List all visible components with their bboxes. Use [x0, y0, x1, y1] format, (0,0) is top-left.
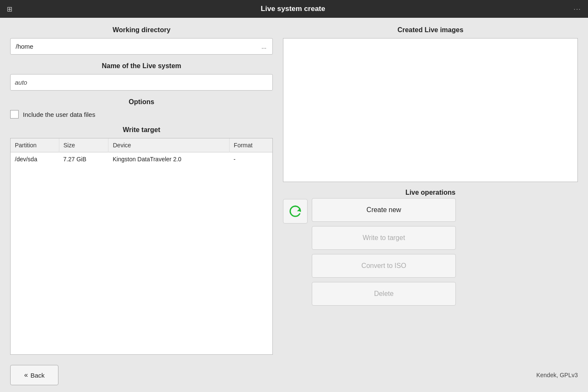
- created-images-title: Created Live images: [283, 26, 578, 34]
- bottom-row: « Back Kendek, GPLv3: [0, 362, 588, 392]
- write-target-title: Write target: [10, 126, 273, 134]
- name-section: Name of the Live system: [10, 62, 273, 91]
- working-dir-input-row: ...: [10, 38, 273, 55]
- cell-size: 7.27 GiB: [59, 152, 108, 166]
- refresh-button[interactable]: [283, 199, 308, 224]
- back-chevrons-icon: «: [24, 371, 28, 379]
- name-input[interactable]: [10, 74, 273, 91]
- working-dir-section: Working directory ...: [10, 26, 273, 55]
- right-column: Created Live images Live operations: [283, 26, 578, 355]
- cell-partition: /dev/sda: [11, 152, 59, 166]
- live-ops-area: Live operations Create new Write to: [283, 189, 578, 306]
- left-column: Working directory ... Name of the Live s…: [10, 26, 273, 355]
- options-section: Options Include the user data files: [10, 98, 273, 119]
- browse-button[interactable]: ...: [259, 41, 269, 52]
- create-new-button[interactable]: Create new: [312, 198, 456, 222]
- write-target-table-container: Partition Size Device Format /dev/sda7.2…: [10, 138, 273, 355]
- options-title: Options: [10, 98, 273, 106]
- include-user-data-label: Include the user data files: [23, 111, 95, 118]
- cell-format: -: [229, 152, 272, 166]
- col-format: Format: [229, 138, 272, 152]
- working-dir-input[interactable]: [14, 39, 259, 54]
- refresh-btn-area: [283, 198, 308, 224]
- convert-to-iso-button[interactable]: Convert to ISO: [312, 254, 456, 278]
- created-images-box: [283, 38, 578, 182]
- svg-marker-0: [297, 208, 300, 211]
- delete-button[interactable]: Delete: [312, 282, 456, 306]
- refresh-icon: [288, 204, 302, 218]
- col-device: Device: [108, 138, 229, 152]
- back-button[interactable]: « Back: [10, 365, 58, 385]
- footer-credits: Kendek, GPLv3: [536, 372, 578, 378]
- created-images-section: Created Live images: [283, 26, 578, 182]
- working-dir-title: Working directory: [10, 26, 273, 34]
- col-partition: Partition: [11, 138, 59, 152]
- menu-icon[interactable]: ···: [574, 6, 581, 12]
- name-title: Name of the Live system: [10, 62, 273, 70]
- right-ops-col: Create new Write to target Convert to IS…: [312, 198, 456, 306]
- live-ops-title: Live operations: [283, 189, 578, 196]
- table-header-row: Partition Size Device Format: [11, 138, 272, 152]
- col-size: Size: [59, 138, 108, 152]
- cell-device: Kingston DataTraveler 2.0: [108, 152, 229, 166]
- window-title: Live system create: [12, 5, 574, 13]
- include-user-data-row: Include the user data files: [10, 110, 273, 119]
- ops-row: Create new Write to target Convert to IS…: [283, 198, 578, 306]
- back-label: Back: [31, 372, 44, 379]
- write-target-table: Partition Size Device Format /dev/sda7.2…: [11, 138, 272, 166]
- include-user-data-checkbox[interactable]: [10, 110, 19, 119]
- write-target-section: Write target Partition Size Device Forma…: [10, 126, 273, 355]
- titlebar: ⊞ Live system create ···: [0, 0, 588, 18]
- pin-icon[interactable]: ⊞: [7, 5, 12, 13]
- table-row[interactable]: /dev/sda7.27 GiBKingston DataTraveler 2.…: [11, 152, 272, 166]
- write-to-target-button[interactable]: Write to target: [312, 226, 456, 250]
- main-content: Working directory ... Name of the Live s…: [0, 18, 588, 362]
